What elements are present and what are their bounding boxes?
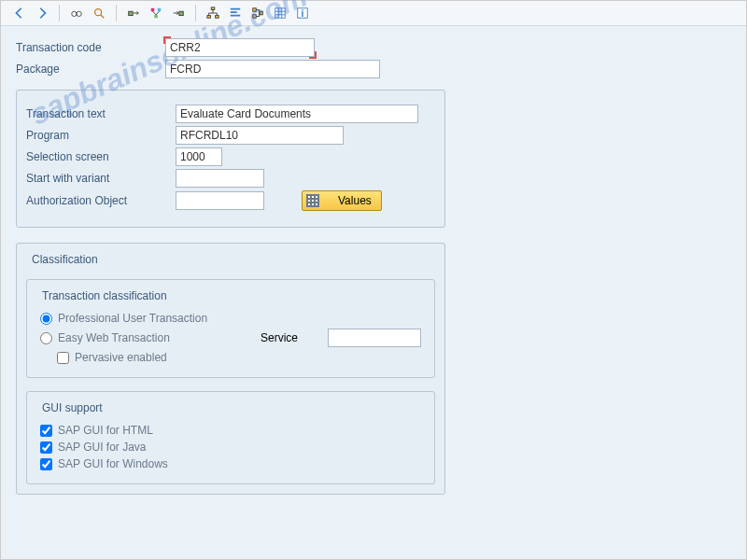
program-input[interactable] <box>176 126 344 145</box>
svg-point-2 <box>95 9 102 16</box>
radio-professional[interactable]: Professional User Transaction <box>40 312 425 325</box>
check-gui-java-input[interactable] <box>40 441 52 454</box>
radio-professional-input[interactable] <box>40 313 52 325</box>
check-pervasive-input[interactable] <box>57 352 69 364</box>
structure-icon[interactable] <box>248 4 267 22</box>
back-icon[interactable] <box>10 4 29 22</box>
svg-point-0 <box>72 11 77 16</box>
classification-legend: Classification <box>28 253 102 266</box>
svg-rect-5 <box>158 8 162 12</box>
node-tree-icon[interactable] <box>147 4 165 22</box>
svg-rect-6 <box>154 15 158 19</box>
values-button[interactable]: Values <box>302 190 382 211</box>
svg-rect-4 <box>151 8 155 12</box>
service-input[interactable] <box>328 329 421 347</box>
tcode-input[interactable] <box>165 38 315 57</box>
svg-rect-7 <box>179 11 183 15</box>
label-selection-screen: Selection screen <box>26 150 176 163</box>
gui-support-fieldset: GUI support SAP GUI for HTML SAP GUI for… <box>26 391 435 484</box>
glasses-icon[interactable] <box>67 4 86 22</box>
content-area: Transaction code Package Transaction tex… <box>1 26 746 504</box>
label-tcode: Transaction code <box>16 41 165 54</box>
required-marker <box>165 38 315 57</box>
svg-rect-10 <box>216 16 219 19</box>
check-gui-java-label: SAP GUI for Java <box>58 441 146 454</box>
gui-support-legend: GUI support <box>38 401 106 414</box>
label-variant: Start with variant <box>26 172 176 185</box>
label-program: Program <box>26 129 176 142</box>
svg-text:i: i <box>302 7 304 19</box>
check-gui-html-label: SAP GUI for HTML <box>58 424 153 437</box>
grid-icon <box>306 194 319 207</box>
auth-object-input[interactable] <box>176 191 264 210</box>
info-icon[interactable]: i <box>293 4 312 22</box>
classification-fieldset: Classification Transaction classificatio… <box>16 243 445 495</box>
separator <box>59 5 60 21</box>
row-tcode: Transaction code <box>16 38 731 57</box>
package-input[interactable] <box>165 60 380 78</box>
transaction-classification-legend: Transaction classification <box>38 289 171 302</box>
transaction-text-input[interactable] <box>176 105 418 123</box>
separator <box>116 5 117 21</box>
radio-easy-input[interactable] <box>40 332 52 344</box>
radio-easy[interactable]: Easy Web Transaction <box>40 331 255 344</box>
align-icon[interactable] <box>226 4 245 22</box>
table-icon[interactable] <box>271 4 289 22</box>
radio-professional-label: Professional User Transaction <box>58 312 207 325</box>
svg-point-1 <box>77 11 81 16</box>
check-pervasive-label: Pervasive enabled <box>75 351 167 364</box>
toolbar: i <box>1 1 746 26</box>
radio-easy-label: Easy Web Transaction <box>58 331 170 344</box>
check-pervasive[interactable]: Pervasive enabled <box>57 351 425 364</box>
svg-rect-12 <box>253 15 257 19</box>
selection-screen-input[interactable] <box>176 147 222 166</box>
svg-rect-14 <box>275 8 286 19</box>
svg-rect-13 <box>260 11 263 15</box>
check-gui-html-input[interactable] <box>40 425 52 437</box>
hierarchy-icon[interactable] <box>204 4 222 22</box>
row-package: Package <box>16 60 731 78</box>
find-icon[interactable] <box>90 4 108 22</box>
check-gui-html[interactable]: SAP GUI for HTML <box>40 424 425 437</box>
label-package: Package <box>16 63 165 76</box>
label-service: Service <box>261 331 298 344</box>
svg-rect-9 <box>207 16 211 19</box>
svg-rect-11 <box>253 8 257 12</box>
forward-icon[interactable] <box>33 4 51 22</box>
check-gui-win-label: SAP GUI for Windows <box>58 457 168 470</box>
check-gui-java[interactable]: SAP GUI for Java <box>40 441 425 454</box>
transaction-classification-fieldset: Transaction classification Professional … <box>26 279 435 378</box>
values-button-label: Values <box>338 194 372 207</box>
label-transaction-text: Transaction text <box>26 107 176 120</box>
app-window: sapbrainsonline.com i Transaction code <box>0 0 747 560</box>
check-gui-win-input[interactable] <box>40 458 52 470</box>
node-out-icon[interactable] <box>124 4 143 22</box>
label-auth-object: Authorization Object <box>26 194 176 207</box>
details-panel: Transaction text Program Selection scree… <box>16 90 445 228</box>
svg-rect-3 <box>129 11 133 15</box>
separator <box>195 5 196 21</box>
check-gui-win[interactable]: SAP GUI for Windows <box>40 457 425 470</box>
node-in-icon[interactable] <box>169 4 188 22</box>
svg-rect-8 <box>211 7 215 10</box>
variant-input[interactable] <box>176 169 264 188</box>
